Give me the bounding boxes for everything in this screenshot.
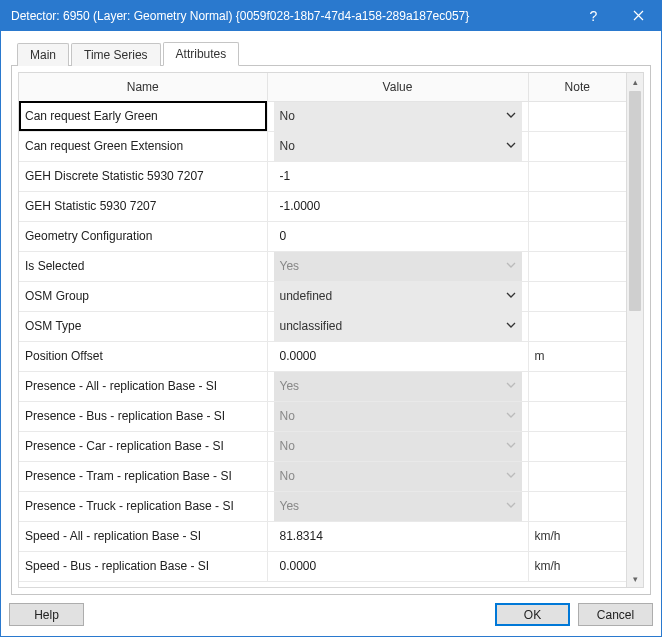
attribute-note-cell <box>528 401 626 431</box>
attribute-name-cell[interactable]: Can request Green Extension <box>19 131 267 161</box>
attributes-grid: Name Value Note Can request Early GreenN… <box>19 73 626 587</box>
attribute-name-cell[interactable]: Presence - Truck - replication Base - SI <box>19 491 267 521</box>
tab-attributes[interactable]: Attributes <box>163 42 240 66</box>
attribute-name-cell[interactable]: Presence - All - replication Base - SI <box>19 371 267 401</box>
table-row: Presence - Truck - replication Base - SI… <box>19 491 626 521</box>
scroll-down-arrow-icon[interactable]: ▾ <box>627 570 643 587</box>
attribute-value-cell[interactable]: -1.0000 <box>267 191 528 221</box>
dialog-footer: Help OK Cancel <box>1 595 661 636</box>
scroll-up-arrow-icon[interactable]: ▴ <box>627 73 643 90</box>
attribute-name-cell[interactable]: Presence - Bus - replication Base - SI <box>19 401 267 431</box>
attribute-name-cell[interactable]: Can request Early Green <box>19 101 267 131</box>
tab-pane-attributes: Name Value Note Can request Early GreenN… <box>11 65 651 595</box>
table-row: Speed - All - replication Base - SI81.83… <box>19 521 626 551</box>
chevron-down-icon <box>506 469 516 483</box>
ok-button[interactable]: OK <box>495 603 570 626</box>
table-row: OSM Typeunclassified <box>19 311 626 341</box>
attribute-value-cell[interactable]: 0.0000 <box>267 551 528 581</box>
table-row: GEH Statistic 5930 7207-1.0000 <box>19 191 626 221</box>
table-row: Speed - Bus - replication Base - SI0.000… <box>19 551 626 581</box>
table-row: Presence - All - replication Base - SIYe… <box>19 371 626 401</box>
attribute-note-cell <box>528 161 626 191</box>
tab-main[interactable]: Main <box>17 43 69 66</box>
attribute-value-cell[interactable]: No <box>267 131 528 161</box>
table-row: Presence - Tram - replication Base - SIN… <box>19 461 626 491</box>
attribute-value-cell: Yes <box>267 371 528 401</box>
chevron-down-icon <box>506 319 516 333</box>
dropdown-value: No <box>280 469 295 483</box>
table-row: Can request Early GreenNo <box>19 101 626 131</box>
help-button-footer[interactable]: Help <box>9 603 84 626</box>
attribute-name-cell[interactable]: Presence - Tram - replication Base - SI <box>19 461 267 491</box>
vertical-scrollbar[interactable]: ▴ ▾ <box>626 73 643 587</box>
chevron-down-icon <box>506 289 516 303</box>
window-title: Detector: 6950 (Layer: Geometry Normal) … <box>11 9 571 23</box>
attribute-value-cell[interactable]: 0.0000 <box>267 341 528 371</box>
attribute-note-cell <box>528 251 626 281</box>
question-icon: ? <box>590 8 598 24</box>
tab-time-series[interactable]: Time Series <box>71 43 161 66</box>
attribute-note-cell <box>528 461 626 491</box>
attributes-grid-wrap: Name Value Note Can request Early GreenN… <box>18 72 644 588</box>
column-header-note[interactable]: Note <box>528 73 626 101</box>
attribute-value-cell[interactable]: 0 <box>267 221 528 251</box>
dialog-body: Main Time Series Attributes Name Value <box>1 31 661 595</box>
attribute-value-cell: No <box>267 401 528 431</box>
close-button[interactable] <box>616 1 661 31</box>
attribute-note-cell: km/h <box>528 521 626 551</box>
text-value: -1.0000 <box>274 192 522 221</box>
attribute-name-cell[interactable]: Presence - Car - replication Base - SI <box>19 431 267 461</box>
chevron-down-icon <box>506 109 516 123</box>
attribute-name-cell[interactable]: Speed - All - replication Base - SI <box>19 521 267 551</box>
column-header-name[interactable]: Name <box>19 73 267 101</box>
attribute-note-cell <box>528 191 626 221</box>
chevron-down-icon <box>506 379 516 393</box>
table-row: Presence - Car - replication Base - SINo <box>19 431 626 461</box>
attribute-note-cell <box>528 221 626 251</box>
attribute-value-cell[interactable]: -1 <box>267 161 528 191</box>
attribute-name-cell[interactable]: OSM Type <box>19 311 267 341</box>
attribute-note-cell <box>528 311 626 341</box>
table-row: Position Offset0.0000m <box>19 341 626 371</box>
attribute-name-cell[interactable]: Speed - Bus - replication Base - SI <box>19 551 267 581</box>
attribute-name-cell[interactable]: Position Offset <box>19 341 267 371</box>
dropdown-value: No <box>280 139 295 153</box>
attribute-value-cell[interactable]: 81.8314 <box>267 521 528 551</box>
attribute-name-cell[interactable]: GEH Statistic 5930 7207 <box>19 191 267 221</box>
chevron-down-icon <box>506 409 516 423</box>
dropdown-value: Yes <box>280 379 300 393</box>
chevron-down-icon <box>506 499 516 513</box>
attribute-note-cell <box>528 371 626 401</box>
chevron-down-icon <box>506 439 516 453</box>
text-value: 0 <box>274 222 522 251</box>
attribute-value-cell[interactable]: unclassified <box>267 311 528 341</box>
scroll-thumb[interactable] <box>629 91 641 311</box>
attribute-note-cell: km/h <box>528 551 626 581</box>
attribute-value-cell[interactable]: No <box>267 101 528 131</box>
titlebar: Detector: 6950 (Layer: Geometry Normal) … <box>1 1 661 31</box>
attribute-name-cell[interactable]: Is Selected <box>19 251 267 281</box>
help-button[interactable]: ? <box>571 1 616 31</box>
text-value: 81.8314 <box>274 522 522 551</box>
table-row: Can request Green ExtensionNo <box>19 131 626 161</box>
attribute-name-cell[interactable]: GEH Discrete Statistic 5930 7207 <box>19 161 267 191</box>
dropdown-value: Yes <box>280 259 300 273</box>
attribute-note-cell <box>528 131 626 161</box>
attribute-note-cell <box>528 491 626 521</box>
attribute-value-cell: Yes <box>267 251 528 281</box>
text-value: 0.0000 <box>274 342 522 371</box>
cancel-button[interactable]: Cancel <box>578 603 653 626</box>
dialog-window: Detector: 6950 (Layer: Geometry Normal) … <box>0 0 662 637</box>
dropdown-value: No <box>280 409 295 423</box>
attribute-name-cell[interactable]: OSM Group <box>19 281 267 311</box>
attribute-value-cell: No <box>267 431 528 461</box>
attribute-value-cell[interactable]: undefined <box>267 281 528 311</box>
column-header-value[interactable]: Value <box>267 73 528 101</box>
attribute-name-cell[interactable]: Geometry Configuration <box>19 221 267 251</box>
text-value: -1 <box>274 162 522 191</box>
attribute-note-cell <box>528 101 626 131</box>
chevron-down-icon <box>506 259 516 273</box>
table-row: Geometry Configuration0 <box>19 221 626 251</box>
attribute-value-cell: No <box>267 461 528 491</box>
text-value: 0.0000 <box>274 552 522 581</box>
